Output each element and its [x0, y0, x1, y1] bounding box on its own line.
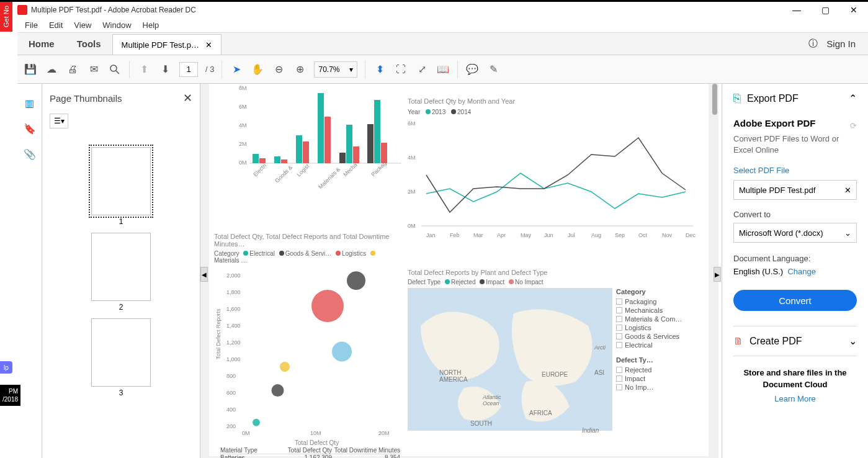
svg-text:May: May	[521, 232, 532, 238]
category-checkbox[interactable]: Materials & Com…	[616, 315, 691, 323]
svg-text:2M: 2M	[408, 189, 416, 195]
get-now-tab[interactable]: Get No	[0, 2, 12, 32]
fit-page-icon[interactable]: ⛶	[394, 63, 408, 76]
svg-text:4M: 4M	[239, 122, 247, 128]
menu-edit[interactable]: Edit	[49, 20, 63, 30]
page-up-icon[interactable]: ⬆	[137, 63, 151, 76]
thumbnails-icon[interactable]: ▥	[25, 97, 34, 109]
category-checkbox[interactable]: Mechanicals	[616, 307, 691, 314]
tab-document[interactable]: Multiple PDF Test.p… ✕	[112, 34, 221, 55]
menu-help[interactable]: Help	[143, 20, 159, 30]
category-checkbox[interactable]: Goods & Services	[616, 333, 691, 340]
pointer-icon[interactable]: ➤	[230, 63, 243, 76]
svg-point-60	[280, 362, 290, 372]
collapse-right-icon[interactable]: ▶	[714, 267, 721, 282]
map-title: Total Defect Reports by Plant and Defect…	[408, 269, 693, 276]
tab-tools[interactable]: Tools	[66, 33, 112, 55]
svg-text:Jun: Jun	[544, 232, 553, 238]
defect-checkbox[interactable]: Impact	[616, 375, 691, 382]
adobe-export-pdf: Adobe Export PDF	[733, 118, 816, 128]
thumbnails-title: Page Thumbnails	[50, 93, 122, 104]
read-mode-icon[interactable]: 📖	[436, 63, 450, 76]
svg-text:Total Defect Qty: Total Defect Qty	[295, 439, 339, 446]
bookmark-icon[interactable]: 🔖	[24, 123, 36, 135]
defect-checkbox[interactable]: No Imp…	[616, 384, 691, 391]
maximize-button[interactable]: ▢	[811, 2, 839, 18]
zoom-out-icon[interactable]: ⊖	[272, 63, 285, 76]
svg-text:1,400: 1,400	[226, 323, 241, 329]
email-icon[interactable]: ✉	[87, 63, 101, 76]
convert-format-select[interactable]: Microsoft Word (*.docx) ⌄	[733, 223, 857, 243]
tab-close-icon[interactable]: ✕	[205, 40, 212, 50]
help-tab[interactable]: lp	[0, 361, 12, 374]
sign-icon[interactable]: ✎	[486, 63, 500, 76]
print-icon[interactable]: 🖨	[66, 63, 79, 76]
minimize-button[interactable]: —	[782, 2, 811, 18]
thumbnail-page-1[interactable]: 1	[91, 147, 151, 215]
titlebar: Multiple PDF Test.pdf - Adobe Acrobat Re…	[17, 2, 868, 18]
svg-text:Oct: Oct	[638, 232, 648, 238]
defect-checkbox[interactable]: Rejected	[616, 366, 691, 374]
line-chart-title: Total Defect Qty by Month and Year	[408, 97, 699, 105]
learn-more-link[interactable]: Learn More	[733, 394, 857, 403]
category-checkbox[interactable]: Logistics	[616, 324, 691, 331]
zoom-in-icon[interactable]: ⊕	[293, 63, 306, 76]
map[interactable]: NORTHAMERICA EUROPE ASI AFRICA SOUTH Ind…	[408, 288, 612, 431]
scatter-title: Total Defect Qty, Total Defect Reports a…	[214, 233, 400, 248]
svg-text:0M: 0M	[239, 159, 247, 166]
tab-home[interactable]: Home	[17, 33, 66, 55]
svg-text:Nov: Nov	[662, 232, 673, 238]
menu-window[interactable]: Window	[102, 20, 131, 30]
close-panel-icon[interactable]: ✕	[183, 91, 192, 105]
thumbnail-options[interactable]: ☰▾	[50, 114, 68, 128]
cloud-sync-icon: ⟳	[850, 121, 857, 130]
sign-in-link[interactable]: Sign In	[826, 38, 856, 49]
window-title: Multiple PDF Test.pdf - Adobe Acrobat Re…	[31, 6, 196, 14]
bar-chart: 8M 6M 4M 2M 0M Electri Goods & Logist	[221, 84, 401, 202]
svg-text:200: 200	[226, 423, 236, 429]
comment-icon[interactable]: 💬	[465, 63, 479, 76]
svg-text:400: 400	[226, 406, 236, 413]
save-icon[interactable]: 💾	[24, 63, 37, 76]
svg-text:2M: 2M	[239, 141, 247, 147]
close-button[interactable]: ✕	[839, 2, 868, 18]
attachment-icon[interactable]: 📎	[24, 148, 36, 160]
scatter-chart: 2,0001,8001,6001,4001,2001,0008006004002…	[214, 266, 400, 446]
tab-document-label: Multiple PDF Test.p…	[122, 40, 199, 50]
page-number-input[interactable]	[179, 62, 198, 77]
svg-text:6M: 6M	[408, 120, 416, 127]
menu-view[interactable]: View	[74, 20, 91, 30]
svg-text:1,600: 1,600	[226, 306, 241, 312]
fit-width-icon[interactable]: ⬍	[373, 63, 387, 76]
svg-text:2,000: 2,000	[226, 272, 241, 279]
help-icon[interactable]: ⓘ	[808, 38, 818, 50]
zoom-select[interactable]: 70.7%▾	[314, 61, 357, 78]
svg-rect-12	[296, 135, 302, 163]
export-pdf-title: Export PDF	[747, 93, 799, 104]
change-language-link[interactable]: Change	[787, 267, 816, 276]
hand-icon[interactable]: ✋	[251, 63, 264, 76]
clear-file-icon[interactable]: ✕	[844, 186, 851, 195]
convert-button[interactable]: Convert	[733, 290, 857, 311]
export-pdf-icon: ⎘	[733, 91, 741, 106]
chevron-up-icon[interactable]: ⌃	[849, 92, 857, 104]
collapse-left-icon[interactable]: ◀	[200, 267, 208, 282]
thumbnail-page-3[interactable]: 3	[91, 318, 151, 387]
svg-rect-13	[303, 141, 309, 163]
category-checkbox[interactable]: Electrical	[616, 341, 691, 349]
cloud-icon[interactable]: ☁	[45, 63, 58, 76]
category-checkbox[interactable]: Packaging	[616, 298, 691, 305]
svg-text:Mecha: Mecha	[342, 161, 358, 177]
convert-to-label: Convert to	[733, 210, 857, 219]
selected-file-box[interactable]: Multiple PDF Test.pdf ✕	[733, 180, 857, 200]
page-down-icon[interactable]: ⬇	[158, 63, 172, 76]
fullscreen-icon[interactable]: ⤢	[415, 63, 429, 76]
select-pdf-link[interactable]: Select PDF File	[733, 166, 857, 175]
create-pdf-section[interactable]: 🗎 Create PDF ⌄	[733, 326, 857, 356]
svg-text:20M: 20M	[378, 430, 390, 436]
thumbnail-page-2[interactable]: 2	[91, 233, 151, 301]
menu-file[interactable]: File	[25, 20, 38, 30]
document-area[interactable]: 8M 6M 4M 2M 0M Electri Goods & Logist	[200, 84, 718, 458]
search-icon[interactable]	[108, 63, 122, 76]
svg-text:0M: 0M	[242, 430, 250, 436]
